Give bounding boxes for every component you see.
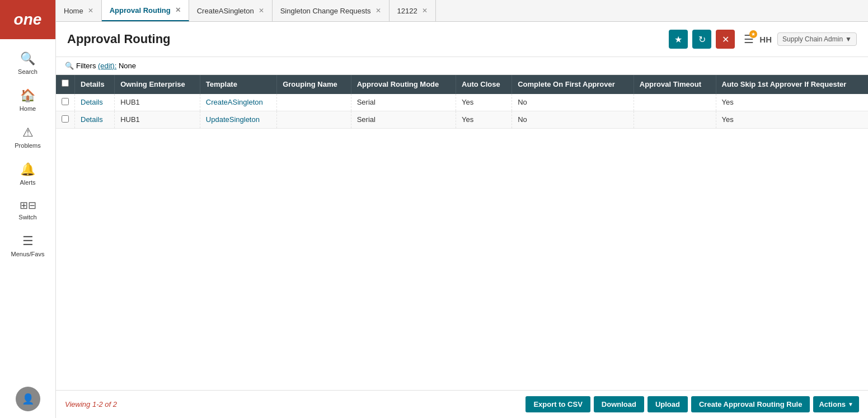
page-header: Approval Routing ★ ↻ ✕ ☰ ★ HH Supply Cha…: [56, 22, 868, 57]
data-table-container: Details Owning Enterprise Template Group…: [56, 75, 868, 390]
cell-auto-skip: Yes: [716, 94, 868, 111]
row-checkbox-cell: [56, 111, 75, 128]
select-all-checkbox[interactable]: [62, 79, 69, 87]
home-icon: 🏠: [20, 88, 35, 103]
cell-grouping-name: [277, 111, 351, 128]
cell-approval-timeout: [634, 111, 716, 128]
header-auto-close: Auto Close: [456, 75, 512, 94]
content-area: Approval Routing ★ ↻ ✕ ☰ ★ HH Supply Cha…: [56, 22, 868, 418]
tab-label: Singleton Change Requests: [280, 7, 371, 15]
viewing-count: Viewing 1-2 of 2: [65, 400, 117, 408]
tab-label: Home: [64, 7, 83, 15]
row-checkbox[interactable]: [62, 98, 69, 105]
cell-auto-close: Yes: [456, 111, 512, 128]
tab-label: CreateASingleton: [197, 7, 254, 15]
upload-button[interactable]: Upload: [648, 396, 688, 412]
header-grouping-name: Grouping Name: [277, 75, 351, 94]
tab-close-approval-routing[interactable]: ✕: [175, 6, 181, 14]
avatar-image: 👤: [22, 393, 34, 405]
switch-icon: ⊞⊟: [20, 199, 36, 212]
tab-close-create-singleton[interactable]: ✕: [259, 7, 264, 15]
header-owning-enterprise: Owning Enterprise: [115, 75, 200, 94]
filter-row: 🔍 Filters (edit): None: [56, 57, 868, 75]
approval-routing-table: Details Owning Enterprise Template Group…: [56, 75, 868, 129]
tab-close-singleton-change-requests[interactable]: ✕: [376, 7, 381, 15]
tab-approval-routing[interactable]: Approval Routing ✕: [102, 0, 189, 21]
table-row: Details HUB1 CreateASingleton Serial Yes…: [56, 94, 868, 111]
logo-text: one: [14, 11, 42, 29]
dropdown-caret-icon: ▼: [845, 35, 852, 43]
header-auto-skip: Auto Skip 1st Approver If Requester: [716, 75, 868, 94]
table-row: Details HUB1 UpdateSingleton Serial Yes …: [56, 111, 868, 128]
search-icon: 🔍: [20, 51, 35, 66]
header-actions: ★ ↻ ✕: [669, 30, 735, 49]
tab-label: 12122: [397, 7, 417, 15]
sidebar-item-menus[interactable]: ☰ Menus/Favs: [0, 227, 55, 264]
actions-label: Actions: [819, 400, 846, 408]
refresh-button[interactable]: ↻: [692, 30, 711, 49]
header-right: ☰ ★ HH Supply Chain Admin ▼: [744, 32, 857, 46]
tab-close-12122[interactable]: ✕: [422, 7, 428, 15]
sidebar-item-alerts[interactable]: 🔔 Alerts: [0, 156, 55, 192]
menu-button[interactable]: ☰ ★: [744, 32, 754, 46]
tab-close-home[interactable]: ✕: [88, 7, 93, 15]
cell-approval-timeout: [634, 94, 716, 111]
filter-icon: 🔍: [65, 62, 74, 70]
sidebar-item-label: Search: [18, 68, 37, 75]
cell-complete-on-first-approver: No: [512, 94, 634, 111]
filters-label: Filters: [76, 62, 96, 70]
cell-template: CreateASingleton: [200, 94, 276, 111]
sidebar-item-problems[interactable]: ⚠ Problems: [0, 119, 55, 156]
tab-bar: Home ✕ Approval Routing ✕ CreateASinglet…: [56, 0, 868, 22]
page-title: Approval Routing: [67, 32, 669, 46]
user-role-dropdown[interactable]: Supply Chain Admin ▼: [777, 32, 857, 46]
close-button[interactable]: ✕: [716, 30, 735, 49]
main-area: Home ✕ Approval Routing ✕ CreateASinglet…: [56, 0, 868, 418]
actions-caret-icon: ▼: [848, 401, 853, 407]
cell-owning-enterprise: HUB1: [115, 111, 200, 128]
cell-approval-routing-mode: Serial: [351, 94, 456, 111]
row-checkbox-cell: [56, 94, 75, 111]
tab-singleton-change-requests[interactable]: Singleton Change Requests ✕: [273, 0, 390, 21]
tab-home[interactable]: Home ✕: [56, 0, 102, 21]
tab-create-singleton[interactable]: CreateASingleton ✕: [189, 0, 273, 21]
cell-details: Details: [75, 111, 115, 128]
table-header-row: Details Owning Enterprise Template Group…: [56, 75, 868, 94]
cell-auto-skip: Yes: [716, 111, 868, 128]
sidebar-item-home[interactable]: 🏠 Home: [0, 82, 55, 119]
header-approval-routing-mode: Approval Routing Mode: [351, 75, 456, 94]
favorite-button[interactable]: ★: [669, 30, 688, 49]
header-checkbox-col: [56, 75, 75, 94]
export-csv-button[interactable]: Export to CSV: [526, 396, 590, 412]
cell-template: UpdateSingleton: [200, 111, 276, 128]
sidebar-item-switch[interactable]: ⊞⊟ Switch: [0, 192, 55, 227]
sidebar-item-label: Problems: [15, 142, 40, 149]
create-approval-routing-rule-button[interactable]: Create Approval Routing Rule: [691, 396, 810, 412]
menus-icon: ☰: [22, 234, 34, 248]
user-avatar[interactable]: 👤: [16, 387, 40, 411]
problems-icon: ⚠: [22, 125, 34, 140]
header-complete-on-first-approver: Complete On First Approver: [512, 75, 634, 94]
cell-auto-close: Yes: [456, 94, 512, 111]
sidebar-item-label: Menus/Favs: [11, 251, 45, 257]
cell-owning-enterprise: HUB1: [115, 94, 200, 111]
footer-buttons: Export to CSV Download Upload Create App…: [526, 396, 859, 412]
details-link[interactable]: Details: [81, 115, 103, 124]
header-template: Template: [200, 75, 276, 94]
app-logo[interactable]: one: [0, 0, 55, 39]
filters-edit-link[interactable]: (edit):: [98, 62, 116, 70]
row-checkbox[interactable]: [62, 115, 69, 123]
sidebar-item-search[interactable]: 🔍 Search: [0, 45, 55, 82]
table-footer: Viewing 1-2 of 2 Export to CSV Download …: [56, 390, 868, 418]
tab-12122[interactable]: 12122 ✕: [390, 0, 436, 21]
download-button[interactable]: Download: [594, 396, 644, 412]
actions-button[interactable]: Actions ▼: [813, 396, 859, 412]
cell-grouping-name: [277, 94, 351, 111]
template-link[interactable]: CreateASingleton: [206, 98, 263, 106]
tab-label: Approval Routing: [110, 6, 171, 15]
details-link[interactable]: Details: [81, 98, 103, 106]
cell-details: Details: [75, 94, 115, 111]
sidebar-item-label: Alerts: [20, 179, 35, 186]
template-link[interactable]: UpdateSingleton: [206, 115, 260, 124]
user-initials: HH: [759, 35, 772, 44]
